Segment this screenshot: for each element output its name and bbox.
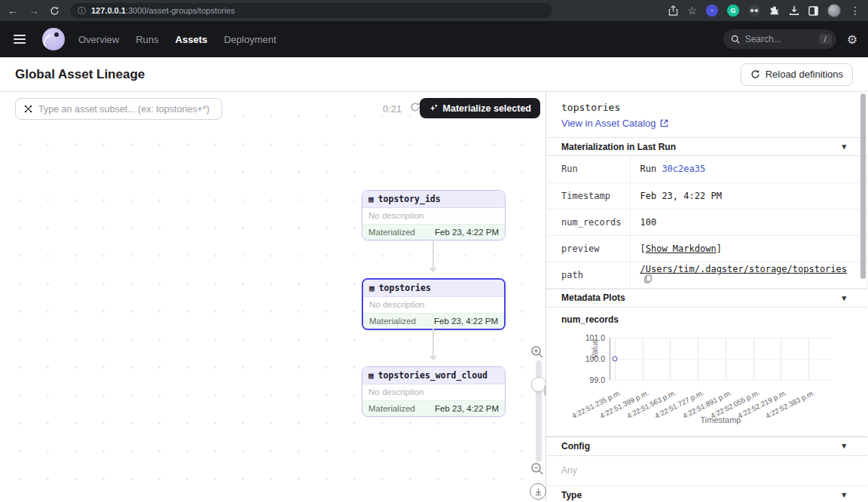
plot-gridline [781, 338, 781, 380]
reload-icon [750, 69, 760, 79]
plot-area[interactable] [610, 338, 832, 380]
reload-definitions-button[interactable]: Reload definitions [741, 63, 853, 86]
metadata-value: Feb 23, 4:22 PM [631, 182, 867, 209]
collapse-caret-icon[interactable]: ▾ [842, 142, 846, 152]
section-config[interactable]: Config▾ [546, 437, 867, 456]
search-shortcut-badge: / [819, 34, 832, 44]
zoom-to-fit-icon[interactable] [530, 483, 546, 500]
nav-item-assets[interactable]: Assets [176, 34, 208, 45]
metadata-key: Run [546, 156, 631, 182]
glasses-extension-icon[interactable] [748, 5, 760, 17]
section-metadata-plots[interactable]: Metadata Plots▾ [546, 289, 867, 308]
collapse-caret-icon[interactable]: ▾ [842, 441, 846, 451]
browser-forward-icon[interactable]: → [29, 5, 39, 16]
plot-y-tick: 101.0 [579, 333, 605, 342]
table-row: Run Run 30c2ea35 [546, 156, 867, 182]
table-icon: ▦ [369, 283, 374, 293]
browser-toolbar: ← → ⓘ 127.0.0.1:3000/asset-groups/topsto… [0, 0, 868, 21]
materialize-selected-button[interactable]: Materialize selected [420, 98, 540, 118]
nav-item-runs[interactable]: Runs [136, 34, 158, 45]
bookmark-star-icon[interactable]: ☆ [687, 5, 697, 16]
asset-node-topstory-ids[interactable]: ▦topstory_ids No description Materialize… [362, 190, 506, 240]
collapse-caret-icon[interactable]: ▾ [842, 490, 846, 500]
zoom-slider-track[interactable] [536, 360, 542, 462]
search-icon [731, 35, 740, 44]
asset-materialized-time: Feb 23, 4:22 PM [435, 404, 499, 413]
metadata-key: num_records [546, 209, 631, 235]
metadata-key: Timestamp [546, 182, 631, 209]
zoom-out-icon[interactable] [530, 462, 544, 476]
url-bar[interactable]: ⓘ 127.0.0.1:3000/asset-groups/topstories [70, 3, 552, 18]
asset-node-topstories-word-cloud[interactable]: ▦topstories_word_cloud No description Ma… [362, 366, 506, 417]
panel-scrollbar[interactable] [860, 93, 866, 279]
selected-asset-title: topstories [561, 102, 852, 113]
password-extension-icon[interactable]: ◦ [706, 5, 718, 17]
share-icon[interactable] [668, 5, 678, 16]
asset-status: Materialized [368, 404, 415, 413]
copy-path-icon[interactable] [644, 275, 653, 286]
asset-subset-input[interactable] [38, 104, 214, 115]
asset-node-topstories[interactable]: ▦topstories No description MaterializedF… [362, 278, 506, 330]
dagster-logo[interactable] [42, 28, 65, 51]
browser-reload-icon[interactable] [50, 6, 60, 16]
asset-description: No description [363, 297, 504, 313]
storage-path-link[interactable]: /Users/tim/.dagster/storage/topstories [640, 264, 847, 274]
asset-materialized-time: Feb 23, 4:22 PM [434, 317, 498, 326]
zoom-in-icon[interactable] [530, 345, 544, 359]
plot-gridline [753, 338, 754, 380]
sidebar-toggle-icon[interactable] [808, 6, 818, 16]
config-value: Any [546, 456, 867, 486]
asset-materialized-time: Feb 23, 4:22 PM [435, 228, 499, 237]
table-icon: ▦ [368, 371, 374, 381]
refresh-timer: 0:21 [383, 103, 402, 115]
external-link-icon [660, 119, 668, 127]
nav-item-overview[interactable]: Overview [78, 34, 119, 45]
browser-menu-icon[interactable]: ⋮ [850, 5, 860, 16]
refresh-graph-icon[interactable] [410, 102, 420, 112]
asset-details-panel: topstories View in Asset Catalog Materia… [546, 92, 867, 502]
collapse-caret-icon[interactable]: ▾ [842, 293, 846, 303]
show-markdown-link[interactable]: Show Markdown [646, 243, 717, 254]
metadata-key: path [546, 262, 631, 288]
run-id-link[interactable]: 30c2ea35 [662, 164, 705, 174]
edge-topstory-ids-to-topstories [432, 240, 434, 271]
last-run-metadata-table: Run Run 30c2ea35 Timestamp Feb 23, 4:22 … [546, 156, 867, 289]
asset-subset-filter[interactable] [15, 98, 222, 120]
plot-gridline [726, 338, 726, 380]
plot-x-labels: 4:22:51.235 p.m.4:22:51.399 p.m.4:22:51.… [610, 382, 832, 412]
hamburger-menu-icon[interactable] [11, 32, 29, 47]
table-row: num_records 100 [546, 209, 867, 235]
op-selector-icon [23, 104, 33, 114]
metadata-key: preview [546, 235, 631, 262]
asset-graph-canvas[interactable]: 0:21 Materialize selected ▦topstory_ids … [0, 92, 546, 502]
table-icon: ▦ [368, 194, 374, 204]
plot-gridline [808, 338, 809, 380]
grammarly-extension-icon[interactable]: G [727, 5, 739, 17]
app-navbar: Overview Runs Assets Deployment / ⚙ [0, 21, 868, 57]
table-row: preview [Show Markdown] [546, 235, 867, 262]
page-title: Global Asset Lineage [15, 67, 145, 82]
asset-status: Materialized [368, 228, 415, 237]
table-row: path /Users/tim/.dagster/storage/topstor… [546, 262, 867, 288]
asset-name: topstories [379, 283, 431, 293]
browser-back-icon[interactable]: ← [8, 5, 18, 16]
view-in-asset-catalog-link[interactable]: View in Asset Catalog [561, 118, 668, 129]
global-search[interactable]: / [723, 29, 836, 49]
asset-description: No description [362, 208, 505, 224]
plot-data-point[interactable] [613, 356, 618, 361]
downloads-icon[interactable] [789, 5, 799, 16]
section-materialization-last-run[interactable]: Materialization in Last Run▾ [546, 137, 867, 156]
plot-y-tick: 99.0 [579, 375, 605, 384]
asset-description: No description [362, 384, 505, 400]
plot-gridline [698, 338, 698, 380]
settings-gear-icon[interactable]: ⚙ [847, 32, 857, 47]
section-type[interactable]: Type▾ [546, 486, 867, 502]
search-input[interactable] [745, 34, 814, 44]
extensions-puzzle-icon[interactable] [769, 5, 780, 16]
metadata-value: 100 [631, 209, 867, 235]
site-info-icon[interactable]: ⓘ [78, 5, 86, 17]
nav-item-deployment[interactable]: Deployment [224, 34, 276, 45]
profile-avatar[interactable] [827, 4, 841, 17]
url-text[interactable]: 127.0.0.1:3000/asset-groups/topstories [91, 6, 235, 15]
plot-gridline [670, 338, 671, 380]
